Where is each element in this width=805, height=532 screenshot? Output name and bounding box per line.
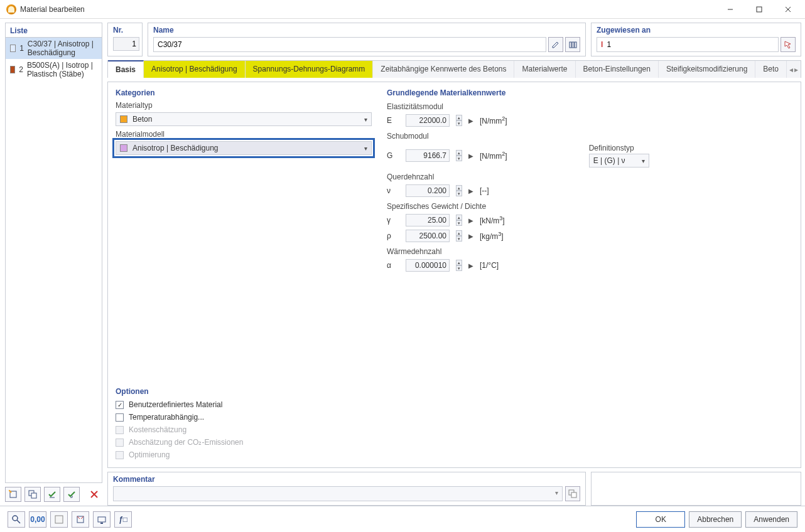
delete-item-button[interactable] <box>86 487 102 502</box>
units-tool-button[interactable]: 0,00 <box>29 511 46 528</box>
property-input[interactable] <box>406 259 450 272</box>
edit-name-button[interactable] <box>548 37 563 52</box>
spinner[interactable]: ▴▾ <box>456 260 462 271</box>
apply-arrow-icon[interactable]: ▶ <box>468 233 473 240</box>
checkbox[interactable] <box>116 413 124 422</box>
comment-library-button[interactable] <box>565 486 580 501</box>
spinner[interactable]: ▴▾ <box>456 215 462 226</box>
chevron-down-icon: ▾ <box>555 489 558 496</box>
tab[interactable]: Basis <box>108 60 144 78</box>
name-input[interactable] <box>153 37 546 52</box>
option-row[interactable]: Temperaturabhängig... <box>116 411 372 423</box>
tab[interactable]: Zeitabhängige Kennwerte des Betons <box>373 61 514 78</box>
nr-field: Nr. <box>107 23 143 56</box>
material-list[interactable]: 1 C30/37 | Anisotrop | Beschädigung 2 B5… <box>5 37 102 483</box>
svg-rect-7 <box>31 493 36 498</box>
property-label: Spezifisches Gewicht / Dichte <box>387 202 793 211</box>
option-row[interactable]: ✓ Benutzerdefiniertes Material <box>116 398 372 411</box>
name-field: Name <box>148 23 586 56</box>
footer: 0,00 ƒ□ OK Abbrechen Anwenden <box>0 506 805 532</box>
options-title: Optionen <box>116 387 372 396</box>
list-item-label: B500S(A) | Isotrop | Plastisch (Stäbe) <box>27 61 97 78</box>
form-left-column: Kategorien Materialtyp Beton ▾ Materialm… <box>108 82 379 467</box>
tab-scroll-right[interactable]: ▸ <box>794 65 798 74</box>
apply-arrow-icon[interactable]: ▶ <box>468 152 473 159</box>
assigned-label: Zugewiesen an <box>597 26 796 35</box>
property-row: ν ▴▾ ▶ [--] <box>387 184 793 197</box>
materialtype-combo[interactable]: Beton ▾ <box>116 112 372 126</box>
tab[interactable]: Steifigkeitsmodifizierung <box>659 61 755 78</box>
comment-input[interactable]: ▾ <box>113 486 563 501</box>
tab[interactable]: Beto <box>755 61 787 78</box>
property-row: G ▴▾ ▶ [N/mm2] Definitionstyp E | (G) | … <box>387 144 793 168</box>
option-label: Temperaturabhängig... <box>129 413 204 422</box>
new-item-button[interactable] <box>5 487 21 502</box>
copy-item-button[interactable] <box>24 487 41 502</box>
svg-rect-11 <box>570 42 571 48</box>
material-swatch <box>10 45 16 52</box>
apply-arrow-icon[interactable]: ▶ <box>468 217 473 224</box>
categories-title: Kategorien <box>116 88 372 97</box>
list-item-label: C30/37 | Anisotrop | Beschädigung <box>28 40 97 57</box>
apply-arrow-icon[interactable]: ▶ <box>468 262 473 269</box>
list-item[interactable]: 1 C30/37 | Anisotrop | Beschädigung <box>6 38 102 59</box>
spinner[interactable]: ▴▾ <box>456 230 462 242</box>
function-tool-button[interactable]: ƒ□ <box>114 511 132 528</box>
property-input[interactable] <box>406 230 450 242</box>
materialmodel-swatch <box>120 144 127 152</box>
apply-range-button[interactable] <box>72 511 89 528</box>
materialmodel-value: Anisotrop | Beschädigung <box>132 144 359 152</box>
ok-button[interactable]: OK <box>636 511 685 528</box>
chevron-down-icon: ▾ <box>364 145 367 152</box>
tab[interactable]: Materialwerte <box>514 61 575 78</box>
list-item[interactable]: 2 B500S(A) | Isotrop | Plastisch (Stäbe) <box>6 59 102 80</box>
check-in-button[interactable] <box>44 487 60 502</box>
property-input[interactable] <box>406 184 450 197</box>
search-tool-button[interactable] <box>8 511 25 528</box>
materialmodel-label: Materialmodell <box>116 130 372 139</box>
comment-box: Kommentar ▾ <box>107 472 586 506</box>
property-unit: [1/°C] <box>480 261 499 270</box>
assigned-input[interactable]: I 1 <box>597 37 779 52</box>
content-area: Nr. Name Zugewiesen an I 1 <box>107 23 801 506</box>
apply-arrow-icon[interactable]: ▶ <box>468 117 473 124</box>
tab[interactable]: Anisotrop | Beschädigung <box>144 61 246 78</box>
spinner[interactable]: ▴▾ <box>456 150 462 161</box>
materialmodel-combo[interactable]: Anisotrop | Beschädigung ▾ <box>116 141 372 155</box>
list-item-number: 2 <box>19 65 23 74</box>
nr-input[interactable] <box>113 37 139 51</box>
color-tool-button[interactable] <box>50 511 68 528</box>
display-tool-button[interactable] <box>93 511 111 528</box>
property-unit: [kg/m3] <box>480 231 504 241</box>
tab[interactable]: Beton-Einstellungen <box>576 61 659 78</box>
spinner[interactable]: ▴▾ <box>456 115 462 126</box>
property-input[interactable] <box>406 149 450 162</box>
svg-line-17 <box>17 520 20 523</box>
maximize-button[interactable] <box>745 1 774 18</box>
definition-type-value: E | (G) | ν <box>593 156 637 165</box>
definition-type-combo[interactable]: E | (G) | ν ▾ <box>589 154 649 168</box>
tab-scroll-left[interactable]: ◂ <box>789 65 793 74</box>
library-button[interactable] <box>565 37 580 52</box>
svg-rect-15 <box>571 492 576 497</box>
checkbox[interactable]: ✓ <box>116 401 124 409</box>
tab[interactable]: Spannungs-Dehnungs-Diagramm <box>246 61 374 78</box>
option-row: Abschätzung der CO₂-Emissionen <box>116 436 372 449</box>
material-swatch <box>10 66 15 73</box>
assigned-pick-button[interactable] <box>781 37 796 52</box>
property-symbol: E <box>387 116 399 125</box>
check-out-button[interactable] <box>63 487 80 502</box>
sidebar-title: Liste <box>5 23 102 37</box>
cancel-button[interactable]: Abbrechen <box>689 511 742 528</box>
property-input[interactable] <box>406 114 450 127</box>
minimize-button[interactable] <box>716 1 745 18</box>
spinner[interactable]: ▴▾ <box>456 185 462 196</box>
apply-arrow-icon[interactable]: ▶ <box>468 188 473 194</box>
window-controls <box>716 1 802 18</box>
property-row: γ ▴▾ ▶ [kN/m3] <box>387 214 793 226</box>
property-input[interactable] <box>406 214 450 226</box>
property-unit: [N/mm2] <box>480 151 507 161</box>
svg-rect-13 <box>575 42 576 48</box>
apply-button[interactable]: Anwenden <box>745 511 797 528</box>
close-button[interactable] <box>774 1 802 18</box>
